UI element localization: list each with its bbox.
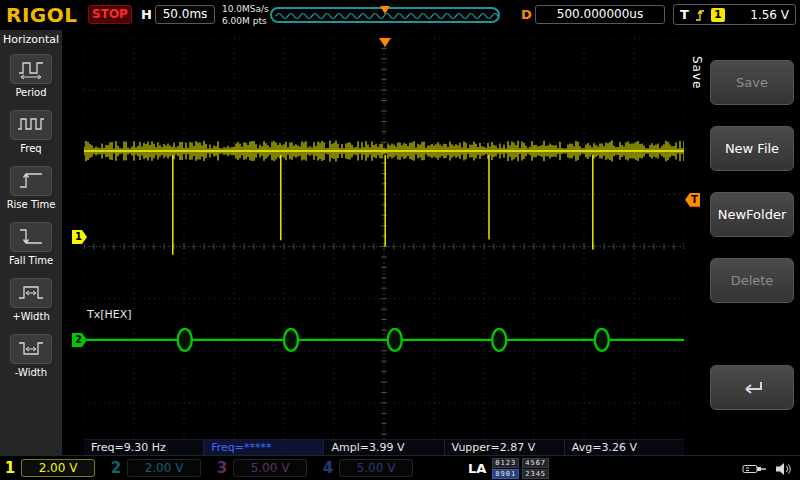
delay-value[interactable]: 500.000000us [535, 5, 665, 24]
channel-number: 4 [322, 459, 334, 477]
sample-rate-value: 10.0MSa/s [222, 3, 269, 15]
la-digit-group: 0123 [492, 458, 519, 468]
la-label: LA [468, 461, 486, 476]
minus-width-icon [10, 334, 52, 364]
menu-item-label: +Width [12, 311, 49, 322]
speaker-icon [774, 461, 792, 477]
usb-icon [742, 462, 768, 476]
waveform-display: 1 2 T Tx[HEX] Freq=9.30 Hz Freq=***** Am… [84, 38, 684, 455]
trigger-source-badge: 1 [711, 8, 725, 22]
back-button[interactable] [710, 365, 794, 410]
menu-item-rise-time[interactable]: Rise Time [7, 166, 56, 210]
menu-item-fall-time[interactable]: Fall Time [9, 222, 53, 266]
trigger-position-marker-mini [380, 6, 390, 14]
trigger-status[interactable]: T 1 1.56 V [673, 4, 796, 25]
menu-item-minus-width[interactable]: -Width [10, 334, 52, 378]
timebase-value[interactable]: 50.0ms [155, 5, 215, 24]
oscilloscope-screen: RIGOL STOP H 50.0ms 10.0MSa/s 6.00M pts … [0, 0, 800, 480]
menu-item-label: Period [15, 87, 46, 98]
save-menu: Save Save New File NewFolder Delete [686, 30, 800, 455]
menu-item-label: Fall Time [9, 255, 53, 266]
plus-width-icon [10, 278, 52, 308]
trigger-level-value: 1.56 V [750, 8, 789, 22]
freq-icon [10, 110, 52, 140]
channel-2-status[interactable]: 2 2.00 V [110, 458, 201, 478]
new-file-button[interactable]: New File [710, 126, 794, 171]
fall-time-icon [10, 222, 52, 252]
channel-scale: 2.00 V [21, 459, 95, 477]
menu-title: Horizontal [0, 30, 61, 54]
trigger-label: T [680, 7, 689, 22]
channel-4-status[interactable]: 4 5.00 V [322, 458, 413, 478]
decode-bus-label: Tx[HEX] [87, 308, 132, 321]
delay-label: D [521, 7, 532, 22]
measurement-item: Freq=9.30 Hz [84, 440, 203, 455]
brand-logo: RIGOL [6, 3, 78, 27]
channel-scale: 2.00 V [127, 459, 201, 477]
logic-analyzer-status[interactable]: LA 0123 4567 8901 2345 [468, 458, 549, 479]
channel-number: 1 [4, 459, 16, 477]
channel-1-status[interactable]: 1 2.00 V [4, 458, 95, 478]
new-folder-button[interactable]: NewFolder [710, 192, 794, 237]
channel-number: 2 [110, 459, 122, 477]
acquisition-info: 10.0MSa/s 6.00M pts [222, 3, 269, 27]
la-digit-grid: 0123 4567 8901 2345 [492, 458, 549, 479]
la-digit-group: 4567 [522, 458, 549, 468]
horizontal-label: H [141, 7, 152, 22]
trigger-edge-icon [694, 8, 706, 22]
horizontal-measure-menu: Horizontal Period Freq Rise Time Fall Ti… [0, 30, 62, 455]
menu-item-freq[interactable]: Freq [10, 110, 52, 154]
channel-number: 3 [216, 459, 228, 477]
measurement-item: Vupper=2.87 V [444, 440, 564, 455]
rise-time-icon [10, 166, 52, 196]
channel-scale: 5.00 V [339, 459, 413, 477]
measurement-item: Ampl=3.99 V [323, 440, 443, 455]
waveform-position-bar [270, 7, 500, 23]
trigger-position-marker[interactable] [379, 38, 391, 47]
menu-item-plus-width[interactable]: +Width [10, 278, 52, 322]
run-stop-status[interactable]: STOP [88, 5, 132, 24]
delete-button[interactable]: Delete [710, 258, 794, 303]
waveform-plot [84, 38, 684, 455]
top-status-bar: RIGOL STOP H 50.0ms 10.0MSa/s 6.00M pts … [0, 0, 800, 30]
measurement-bar: Freq=9.30 Hz Freq=***** Ampl=3.99 V Vupp… [84, 439, 684, 455]
la-digit-group: 8901 [492, 469, 519, 479]
la-digit-group: 2345 [522, 469, 549, 479]
channel-status-bar: 1 2.00 V 2 2.00 V 3 5.00 V 4 5.00 V LA 0… [0, 455, 800, 480]
memory-depth-value: 6.00M pts [222, 15, 269, 27]
channel-scale: 5.00 V [233, 459, 307, 477]
channel-3-status[interactable]: 3 5.00 V [216, 458, 307, 478]
menu-item-label: Rise Time [7, 199, 56, 210]
menu-item-period[interactable]: Period [10, 54, 52, 98]
menu-tab-save: Save [690, 56, 704, 89]
measurement-item: Freq=***** [203, 440, 323, 455]
period-icon [10, 54, 52, 84]
save-button[interactable]: Save [710, 60, 794, 105]
menu-item-label: Freq [20, 143, 41, 154]
measurement-item: Avg=3.26 V [564, 440, 684, 455]
return-arrow-icon [739, 380, 765, 396]
menu-item-label: -Width [15, 367, 47, 378]
